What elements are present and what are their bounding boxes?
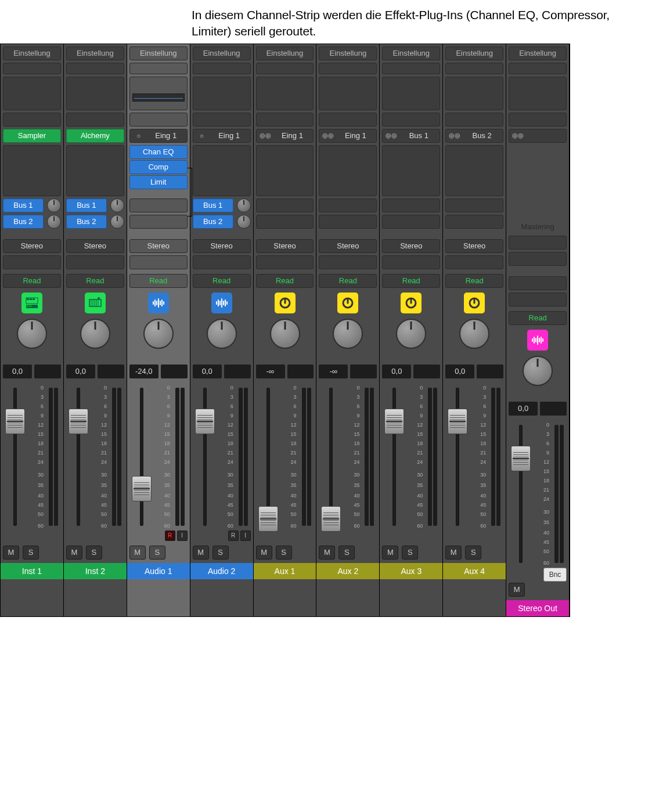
gain-slot[interactable] <box>319 63 377 74</box>
mute-button[interactable]: M <box>509 583 525 597</box>
plugin-slot[interactable]: Chan EQ <box>129 145 188 159</box>
solo-button[interactable]: S <box>465 546 481 560</box>
send-slot[interactable]: Bus 2 <box>3 215 44 229</box>
audiofx-slots[interactable] <box>319 145 377 196</box>
send-slot[interactable]: Bus 1 <box>66 199 107 212</box>
eq-thumbnail[interactable] <box>509 77 567 110</box>
output-slot[interactable]: Stereo <box>3 239 61 253</box>
solo-button[interactable]: S <box>86 546 102 560</box>
group-slot[interactable] <box>382 255 440 269</box>
track-icon[interactable] <box>148 293 169 313</box>
fader-value[interactable]: 0,0 <box>3 365 32 378</box>
midifx-slot[interactable] <box>256 113 314 127</box>
fader-value[interactable]: -24,0 <box>129 365 159 378</box>
mute-button[interactable]: M <box>382 546 398 560</box>
gain-slot[interactable] <box>3 63 61 74</box>
peak-display[interactable] <box>161 365 188 378</box>
pan-knob[interactable] <box>459 319 489 349</box>
track-name[interactable]: Inst 2 <box>64 563 127 579</box>
mute-button[interactable]: M <box>66 546 82 560</box>
gain-slot[interactable] <box>193 63 251 74</box>
track-name[interactable]: Stereo Out <box>506 600 569 616</box>
track-icon[interactable] <box>21 293 42 313</box>
group-slot[interactable] <box>66 255 124 269</box>
track-icon[interactable] <box>527 330 548 351</box>
mute-button[interactable]: M <box>445 546 462 560</box>
channel-strip-stereoout[interactable]: Einstellung◎◎MasteringRead0,003691215182… <box>506 44 570 616</box>
track-name[interactable]: Aux 1 <box>254 563 316 579</box>
channel-strip-aux2[interactable]: Einstellung◎◎Eing 1StereoRead-∞036912151… <box>316 44 380 616</box>
solo-button[interactable]: S <box>276 546 292 560</box>
setting-button[interactable]: Einstellung <box>66 46 124 60</box>
midifx-slot[interactable] <box>3 113 61 127</box>
output-slot[interactable]: Stereo <box>129 239 188 253</box>
mute-button[interactable]: M <box>3 546 19 560</box>
output-slot[interactable]: Stereo <box>66 239 124 253</box>
group-slot[interactable] <box>256 255 314 269</box>
peak-display[interactable] <box>287 365 314 378</box>
setting-button[interactable]: Einstellung <box>445 46 503 60</box>
gain-slot[interactable] <box>129 63 188 74</box>
group-slot[interactable] <box>319 255 377 269</box>
channel-strip-aux4[interactable]: Einstellung◎◎Bus 2StereoRead0,0036912151… <box>443 44 506 616</box>
input-slot[interactable]: ◎◎Bus 1 <box>382 129 440 143</box>
automation-mode[interactable]: Read <box>129 274 188 288</box>
plugin-slot[interactable]: Limit <box>129 175 188 189</box>
send-slot[interactable]: Bus 2 <box>66 215 107 229</box>
gain-slot[interactable] <box>445 63 503 74</box>
send-slot[interactable] <box>509 236 567 250</box>
automation-mode[interactable]: Read <box>3 274 61 288</box>
input-slot[interactable]: ○Eing 1 <box>193 129 251 143</box>
audiofx-slots[interactable] <box>382 145 440 196</box>
channel-strip-aux3[interactable]: Einstellung◎◎Bus 1StereoRead0,0036912151… <box>380 44 443 616</box>
peak-display[interactable] <box>350 365 377 378</box>
peak-display[interactable] <box>413 365 440 378</box>
automation-mode[interactable]: Read <box>445 274 503 288</box>
input-slot[interactable]: ◎◎Eing 1 <box>256 129 314 143</box>
channel-strip-audio2[interactable]: Einstellung○Eing 1Bus 1Bus 2StereoRead0,… <box>190 44 254 616</box>
fader-value[interactable]: 0,0 <box>509 402 538 416</box>
send-slot[interactable] <box>319 215 377 229</box>
peak-display[interactable] <box>224 365 251 378</box>
track-name[interactable]: Aux 2 <box>316 563 379 579</box>
send-slot[interactable] <box>445 199 503 212</box>
track-icon[interactable] <box>211 293 232 313</box>
channel-strip-aux1[interactable]: Einstellung◎◎Eing 1StereoRead-∞036912151… <box>254 44 317 616</box>
setting-button[interactable]: Einstellung <box>509 46 567 60</box>
send-slot[interactable] <box>382 215 440 229</box>
record-enable-button[interactable]: R <box>165 530 175 541</box>
fader-value[interactable]: -∞ <box>319 365 348 378</box>
solo-button[interactable]: S <box>402 546 418 560</box>
send-slot[interactable] <box>256 215 314 229</box>
midifx-slot[interactable] <box>193 113 251 127</box>
mute-button[interactable]: M <box>256 546 272 560</box>
pan-knob[interactable] <box>17 319 47 349</box>
gain-slot[interactable] <box>66 63 124 74</box>
fader-value[interactable]: 0,0 <box>445 365 474 378</box>
volume-fader[interactable] <box>69 409 88 434</box>
volume-fader[interactable] <box>384 409 404 434</box>
volume-fader[interactable] <box>511 446 531 471</box>
audiofx-slots[interactable] <box>3 145 61 196</box>
midifx-slot[interactable] <box>509 113 567 127</box>
input-slot[interactable]: ○Eing 1 <box>129 129 188 143</box>
input-monitor-button[interactable]: I <box>177 530 188 541</box>
input-slot[interactable]: ◎◎ <box>509 129 567 143</box>
output-slot[interactable] <box>509 276 567 290</box>
automation-mode[interactable]: Read <box>256 274 314 288</box>
automation-mode[interactable]: Read <box>509 311 567 325</box>
send-slot[interactable] <box>129 199 188 212</box>
eq-thumbnail[interactable] <box>319 77 377 110</box>
output-slot[interactable]: Stereo <box>445 239 503 253</box>
pan-knob[interactable] <box>80 319 110 349</box>
output-slot[interactable]: Stereo <box>193 239 251 253</box>
group-slot[interactable] <box>3 255 61 269</box>
track-name[interactable]: Aux 4 <box>443 563 506 579</box>
fader-value[interactable]: 0,0 <box>382 365 411 378</box>
send-slot[interactable]: Bus 1 <box>193 199 233 212</box>
setting-button[interactable]: Einstellung <box>256 46 314 60</box>
volume-fader[interactable] <box>321 506 341 532</box>
send-slot[interactable] <box>129 215 188 229</box>
track-name[interactable]: Aux 3 <box>380 563 442 579</box>
mute-button[interactable]: M <box>319 546 335 560</box>
